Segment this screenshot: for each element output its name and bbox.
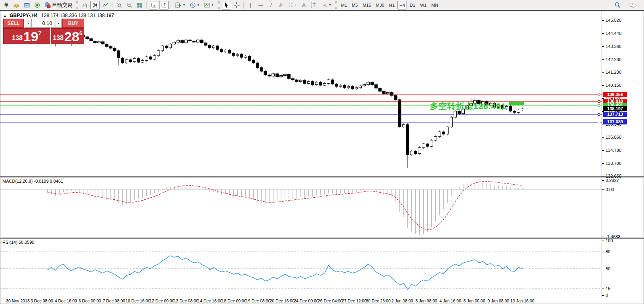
time-axis-label: 19 Dec 08:00 <box>246 298 270 303</box>
price-tick-mark <box>602 137 604 138</box>
dropdown-caret: ▼ <box>182 3 186 7</box>
indicator-tick-mark <box>602 295 604 296</box>
text-tool[interactable]: A <box>299 1 309 10</box>
indicator-tick-mark <box>602 252 604 252</box>
price-tick-mark <box>602 59 604 60</box>
autotrading-button[interactable]: 自动交易 <box>43 1 74 10</box>
time-axis-label: 6 Dec 00:00 <box>79 298 101 303</box>
buy-price-main: 28 <box>65 29 80 44</box>
dropdown-caret: ▼ <box>197 3 200 7</box>
time-axis-label: 30 Dec 23:00 <box>366 298 390 303</box>
time-axis-label: 4 Jan 16:00 <box>439 298 461 303</box>
price-tick-mark <box>602 150 604 151</box>
template-icon[interactable]: ▼ <box>202 1 216 10</box>
price-tick-mark <box>602 33 604 34</box>
search-icon[interactable] <box>612 1 623 10</box>
volume-decrease-button[interactable]: ▼ <box>25 19 32 28</box>
chart-title: ▲ GBPJPY-,H4 138.174 138.336 138.131 138… <box>3 13 114 18</box>
period-clock-icon[interactable]: ▼ <box>188 1 201 10</box>
new-order-button[interactable]: 单 <box>2 1 11 10</box>
price-tick-label: 144.440 <box>606 31 621 36</box>
signal-broadcast-icon[interactable] <box>32 1 42 10</box>
time-axis-label: 3 Jan 08:00 <box>415 298 437 303</box>
sell-price-pip: 7 <box>38 30 42 36</box>
arrows-tool[interactable]: ▼ <box>320 1 333 10</box>
chart-annotation-text[interactable]: 多空转折点138.491 <box>430 101 506 112</box>
timeframe-MN[interactable]: MN <box>429 1 440 10</box>
bar-chart-mode-icon[interactable] <box>80 1 89 10</box>
indicator-axis-label: 0.2827 <box>606 178 619 183</box>
price-tick-mark <box>602 176 604 176</box>
time-axis-label: 13 Dec 08:00 <box>174 298 198 303</box>
indicator-axis-label: 15 <box>606 286 610 291</box>
price-tick-mark <box>602 85 604 86</box>
candlestick-mode-icon[interactable] <box>90 1 100 10</box>
time-axis-label: 12 Dec 00:00 <box>150 298 174 303</box>
price-tag-138.197: 138.197 <box>603 106 627 111</box>
line-endpoint-marker[interactable] <box>598 100 600 103</box>
horizontal-line-tool[interactable]: — <box>256 1 266 10</box>
timeframe-M5[interactable]: M5 <box>350 1 360 10</box>
collapse-triangle-icon[interactable]: ▲ <box>3 14 7 18</box>
macd-indicator-label: MACD(12,26,9) -0.0109 0.0461 <box>2 179 63 184</box>
buy-button[interactable]: BUY <box>62 19 84 28</box>
indicator-tick-mark <box>602 289 604 289</box>
time-axis-label: 27 Dec 12:00 <box>342 298 367 303</box>
sell-button[interactable]: SELL <box>3 19 24 28</box>
timeframe-H1[interactable]: H1 <box>387 1 397 10</box>
toolbar-separator <box>243 2 244 9</box>
volume-input[interactable] <box>32 19 55 28</box>
indicator-tick-mark <box>602 237 604 237</box>
timeframe-M15[interactable]: M15 <box>361 1 373 10</box>
timeframe-bar: M1M5M15M30H1H4D1W1MN <box>339 1 440 10</box>
crosshair-tool-icon[interactable] <box>232 1 241 10</box>
time-axis-label: 30 Nov 2018 <box>6 298 30 303</box>
pane-splitter[interactable] <box>0 176 644 178</box>
line-endpoint-marker[interactable] <box>598 104 600 107</box>
price-tick-label: 134.780 <box>606 148 621 153</box>
chart-shift-icon[interactable] <box>159 1 169 10</box>
buy-price-button[interactable]: 138 28 6 <box>51 28 84 44</box>
price-tick-label: 132.650 <box>606 174 621 178</box>
mt4-terminal-window: 单 自动交易 <box>0 0 644 304</box>
dropdown-caret: ▼ <box>329 3 332 7</box>
timeframe-H4[interactable]: H4 <box>397 1 407 10</box>
line-endpoint-marker[interactable] <box>598 94 600 96</box>
zoom-out-icon[interactable] <box>125 1 134 10</box>
chat-icon[interactable] <box>627 1 638 10</box>
timeframe-M30[interactable]: M30 <box>374 1 386 10</box>
price-tick-label: 135.860 <box>606 135 621 140</box>
time-axis-label: 10 Jan 16:00 <box>510 298 534 303</box>
cursor-tool-icon[interactable] <box>222 1 231 10</box>
equidistant-channel-tool[interactable]: ⫽E <box>277 1 286 10</box>
price-tick-mark <box>602 163 604 164</box>
sell-price-figure: 138 <box>12 34 23 42</box>
vertical-line-tool[interactable]: | <box>246 1 255 10</box>
line-endpoint-marker[interactable] <box>598 121 600 123</box>
sell-price-button[interactable]: 138 19 7 <box>3 28 50 44</box>
toolbar-separator <box>171 2 171 9</box>
history-center-icon[interactable] <box>12 1 21 10</box>
fibonacci-tool[interactable]: F <box>287 1 298 10</box>
chart-plot-area[interactable] <box>0 11 644 304</box>
text-label-tool[interactable]: T <box>310 1 319 10</box>
sell-price-main: 19 <box>23 29 38 44</box>
one-click-trading-panel: SELL ▼ ▲ BUY 138 19 7 138 28 6 <box>3 19 84 44</box>
line-endpoint-marker[interactable] <box>598 113 600 116</box>
price-axis-border <box>602 11 602 297</box>
zoom-in-icon[interactable] <box>114 1 124 10</box>
volume-increase-button[interactable]: ▲ <box>55 19 62 28</box>
time-axis-label: 3 Dec 08:00 <box>30 298 53 303</box>
indicator-axis-label: 80 <box>606 249 610 254</box>
toolbar-handle <box>76 1 78 9</box>
auto-scroll-icon[interactable] <box>149 1 158 10</box>
pane-splitter[interactable] <box>0 237 644 239</box>
new-order-doc-icon[interactable]: ▼ <box>173 1 187 10</box>
line-chart-mode-icon[interactable] <box>101 1 110 10</box>
new-chart-icon[interactable] <box>22 1 32 10</box>
timeframe-D1[interactable]: D1 <box>408 1 417 10</box>
tile-windows-icon[interactable] <box>135 1 144 10</box>
trendline-tool[interactable]: / <box>266 1 276 10</box>
timeframe-W1[interactable]: W1 <box>418 1 429 10</box>
timeframe-M1[interactable]: M1 <box>339 1 349 10</box>
